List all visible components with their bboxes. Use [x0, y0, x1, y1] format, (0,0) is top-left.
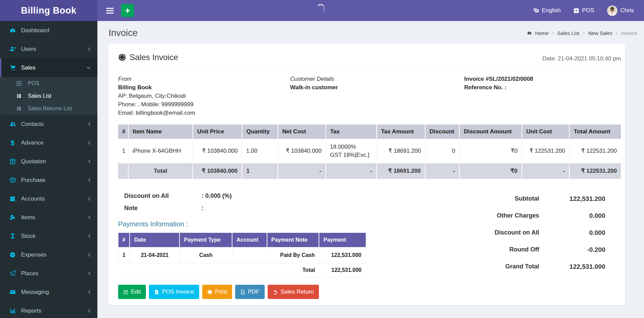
chevron-left-icon	[88, 122, 91, 126]
printer-icon	[207, 289, 212, 295]
summary-round-off-row: Round Off -0.200	[451, 243, 605, 257]
col-header-sn: #	[118, 125, 128, 139]
invoice-card: Sales Invoice Date: 21-04-2021 05:10:40 …	[109, 44, 625, 305]
sidebar-item-label: Dashboard	[21, 27, 49, 34]
item-discount-amount: ₹0	[459, 139, 522, 163]
sidebar-item-label: Advance	[21, 139, 43, 146]
item-discount: 0	[425, 139, 459, 163]
sidebar-item-users[interactable]: Users	[0, 40, 97, 58]
sidebar-item-contacts[interactable]: Contacts	[0, 115, 97, 133]
dashboard-icon	[8, 27, 17, 34]
pdf-button-label: PDF	[248, 288, 260, 295]
from-address: AP: Belgaum, City:Chikodi	[118, 92, 290, 100]
print-button[interactable]: Print	[202, 285, 232, 299]
sidebar-item-sales[interactable]: Sales	[0, 58, 97, 77]
user-name: Chris	[620, 7, 634, 14]
pay-col-payment: Payment	[319, 233, 365, 247]
pay-col-sn: #	[118, 233, 130, 247]
item-tax-rate: 18.0000%	[330, 143, 373, 151]
item-row: 1 iPhone X-64GBHH ₹ 103840.000 1.00 ₹ 10…	[118, 139, 621, 163]
sales-return-button[interactable]: Sales Return	[268, 285, 319, 299]
submenu-item-label: Sales Returns List	[28, 106, 72, 112]
dollar-icon: $	[8, 140, 17, 146]
pos-invoice-button[interactable]: POS Invoice	[149, 285, 199, 299]
col-header-item-name: Item Name	[128, 125, 193, 139]
sidebar-item-label: Items	[21, 214, 35, 221]
sidebar-item-messaging[interactable]: Messaging	[0, 283, 97, 301]
invoice-summary: Subtotal 122,531.200 Other Charges 0.000…	[451, 192, 621, 299]
edit-button[interactable]: Edit	[118, 285, 146, 299]
from-block: From Billing Book AP: Belgaum, City:Chik…	[118, 75, 290, 117]
breadcrumb-separator: >	[583, 31, 585, 36]
breadcrumb-sales-list[interactable]: Sales List	[557, 30, 580, 36]
user-menu[interactable]: Chris	[607, 5, 634, 16]
sidebar-item-label: Purchase	[21, 177, 45, 184]
hamburger-menu-button[interactable]	[105, 6, 115, 16]
sidebar-item-places[interactable]: Places	[0, 264, 97, 283]
customer-label: Customer Details	[290, 75, 464, 83]
item-name: iPhone X-64GBHH	[128, 139, 193, 163]
users-group-icon	[8, 121, 17, 127]
sidebar-item-accounts[interactable]: Accounts	[0, 189, 97, 208]
sales-submenu: POS Sales List Sales Returns List	[0, 77, 97, 115]
col-header-unit-price: Unit Price	[193, 125, 242, 139]
sidebar: Billing Book Dashboard Users	[0, 0, 97, 318]
total-tax-amount: ₹ 18691.200	[377, 163, 425, 179]
customer-block: Customer Details Walk-in customer	[290, 75, 464, 117]
language-icon	[533, 7, 539, 14]
item-unit-cost: ₹ 122531.200	[522, 139, 569, 163]
pos-invoice-button-label: POS Invoice	[162, 288, 194, 295]
chevron-down-icon	[87, 67, 91, 69]
sidebar-item-quotation[interactable]: Quotation	[0, 152, 97, 171]
sidebar-item-label: Accounts	[21, 195, 45, 202]
loading-spinner	[316, 4, 325, 13]
svg-text:PDF: PDF	[241, 292, 244, 294]
note-row: Note :	[124, 202, 451, 214]
chevron-left-icon	[88, 141, 91, 145]
total-unit-cost: -	[522, 163, 569, 179]
app-logo[interactable]: Billing Book	[0, 0, 97, 21]
sidebar-item-dashboard[interactable]: Dashboard	[0, 21, 97, 40]
sidebar-item-purchase[interactable]: Purchase	[0, 171, 97, 189]
sidebar-item-advance[interactable]: $ Advance	[0, 133, 97, 152]
item-tax-amount: ₹ 18691.200	[377, 139, 425, 163]
items-table-header-row: # Item Name Unit Price Quantity Net Cost…	[118, 125, 621, 139]
chevron-left-icon	[88, 47, 91, 51]
calendar-plus-icon	[8, 158, 17, 165]
language-selector[interactable]: English	[533, 7, 561, 14]
note-value: :	[202, 205, 204, 212]
from-phone: Phone: , Mobile: 9999999999	[118, 100, 290, 109]
sidebar-subitem-pos[interactable]: POS	[0, 77, 97, 90]
grid-icon	[8, 196, 17, 202]
pay-col-type: Payment Type	[179, 233, 232, 247]
chevron-left-icon	[88, 309, 91, 313]
sidebar-item-stock[interactable]: Stock	[0, 227, 97, 245]
shopping-cart-icon	[8, 64, 17, 71]
undo-icon	[273, 289, 278, 295]
sidebar-item-label: Expenses	[21, 251, 46, 258]
quick-add-button[interactable]: +	[121, 4, 134, 17]
invoice-heading: Sales Invoice	[118, 53, 178, 62]
payment-note: Paid By Cash	[267, 247, 319, 263]
pos-shortcut-button[interactable]: POS	[573, 7, 594, 14]
payments-table: # Date Payment Type Account Payment Note…	[118, 233, 366, 277]
invoice-lower-section: Discount on All : 0.000 (%) Note : Payme…	[118, 190, 621, 299]
invoice-date: Date: 21-04-2021 05:10:40 pm	[542, 55, 621, 62]
sidebar-item-label: Quotation	[21, 158, 46, 165]
pdf-button[interactable]: PDF PDF	[235, 285, 265, 299]
col-header-discount-amount: Discount Amount	[459, 125, 522, 139]
sidebar-item-label: Stock	[21, 233, 36, 240]
sidebar-item-expenses[interactable]: Expenses	[0, 245, 97, 264]
chevron-left-icon	[88, 272, 91, 276]
sidebar-item-items[interactable]: Items	[0, 208, 97, 227]
summary-grand-total-row: Grand Total 122,531.000	[451, 260, 605, 274]
sidebar-item-reports[interactable]: Reports	[0, 301, 97, 318]
avatar	[607, 5, 618, 16]
file-pdf-icon: PDF	[240, 289, 245, 295]
sidebar-subitem-sales-list[interactable]: Sales List	[0, 90, 97, 102]
summary-subtotal-row: Subtotal 122,531.200	[451, 192, 605, 206]
breadcrumb-home[interactable]: Home	[535, 30, 549, 36]
sidebar-subitem-sales-returns-list[interactable]: Sales Returns List	[0, 102, 97, 115]
sidebar-item-label: Users	[21, 46, 36, 53]
breadcrumb-new-sales[interactable]: New Sales	[588, 30, 612, 36]
